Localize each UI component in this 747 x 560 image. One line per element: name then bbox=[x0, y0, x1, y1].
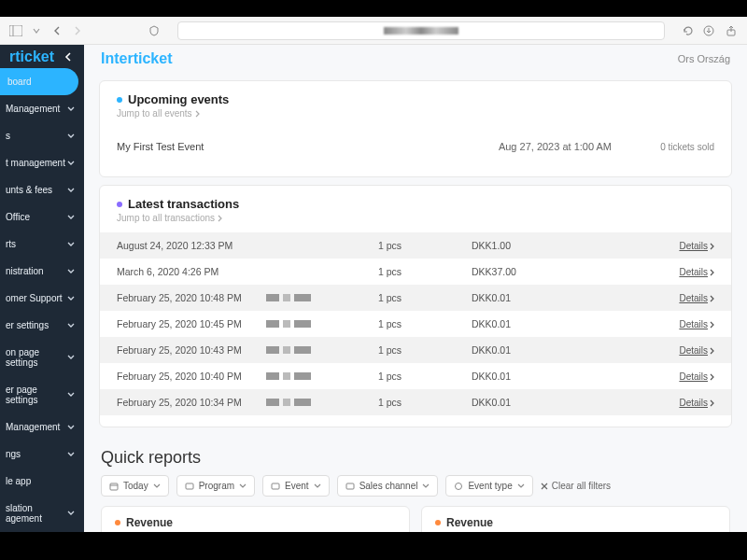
sidebar-item[interactable]: Management bbox=[0, 413, 84, 441]
sidebar-item[interactable]: on page settings bbox=[0, 339, 84, 376]
filter-event[interactable]: Event bbox=[262, 475, 330, 497]
quick-reports-title: Quick reports bbox=[84, 435, 747, 475]
sidebar-item-label: Management bbox=[6, 104, 60, 114]
sidebar-item[interactable]: slation agement bbox=[0, 495, 84, 532]
transaction-qty: 1 pcs bbox=[378, 266, 472, 277]
chevron-down-icon bbox=[239, 483, 247, 489]
shield-icon[interactable] bbox=[148, 24, 161, 37]
transaction-amount: DKK1.00 bbox=[472, 240, 658, 251]
user-name[interactable]: Ors Ország bbox=[678, 53, 730, 64]
address-bar[interactable] bbox=[177, 21, 665, 40]
tag-icon bbox=[185, 482, 194, 491]
sidebar-toggle-icon[interactable] bbox=[9, 24, 22, 37]
sidebar-item[interactable]: nistration bbox=[0, 258, 84, 285]
sidebar-item[interactable]: er page settings bbox=[0, 376, 84, 413]
sidebar-item-label: le app bbox=[6, 476, 31, 486]
transaction-qty: 1 pcs bbox=[378, 292, 472, 303]
transaction-date: March 6, 2020 4:26 PM bbox=[117, 266, 266, 277]
sidebar-item-label: on page settings bbox=[6, 347, 67, 368]
sidebar-item[interactable]: ngs bbox=[0, 441, 84, 468]
dropdown-icon[interactable] bbox=[30, 24, 43, 37]
share-icon[interactable] bbox=[725, 24, 738, 37]
sidebar-item[interactable]: t management bbox=[0, 149, 84, 176]
chevron-down-icon bbox=[422, 483, 430, 489]
chevron-down-icon bbox=[67, 355, 75, 360]
download-icon[interactable] bbox=[702, 24, 715, 37]
chevron-down-icon bbox=[314, 483, 321, 489]
collapse-sidebar-icon[interactable] bbox=[62, 50, 75, 63]
dot-icon bbox=[115, 520, 120, 525]
sidebar-item-label: board bbox=[7, 77, 32, 87]
transaction-row: February 25, 2020 10:48 PM1 pcsDKK0.01De… bbox=[100, 285, 731, 311]
sidebar-item[interactable]: board bbox=[0, 68, 78, 95]
filter-program[interactable]: Program bbox=[176, 475, 255, 497]
chevron-down-icon bbox=[67, 511, 75, 516]
transaction-details-link[interactable]: Details bbox=[679, 398, 714, 408]
refresh-icon[interactable] bbox=[682, 24, 695, 37]
redacted-text bbox=[266, 398, 378, 407]
event-row[interactable]: My First Test EventAug 27, 2023 at 1:00 … bbox=[100, 128, 731, 165]
panel-title-text: Upcoming events bbox=[128, 92, 229, 106]
chevron-down-icon bbox=[67, 452, 75, 457]
transaction-amount: DKK37.00 bbox=[472, 266, 658, 277]
page-title: Interticket bbox=[101, 50, 172, 67]
transaction-row: February 25, 2020 10:43 PM1 pcsDKK0.01De… bbox=[100, 337, 731, 363]
chevron-down-icon bbox=[67, 215, 75, 220]
tag-icon bbox=[271, 482, 280, 491]
transaction-details-link[interactable]: Details bbox=[679, 293, 714, 303]
brand-logo: rticket bbox=[9, 49, 54, 65]
sidebar-item-label: Office bbox=[6, 212, 30, 222]
filter-today[interactable]: Today bbox=[101, 475, 169, 497]
sidebar-item[interactable]: rts bbox=[0, 231, 84, 258]
event-tickets: 0 tickets sold bbox=[612, 142, 714, 152]
sidebar-item[interactable]: Office bbox=[0, 203, 84, 231]
transaction-details-link[interactable]: Details bbox=[679, 371, 714, 382]
filter-event-type[interactable]: Event type bbox=[445, 475, 532, 497]
sidebar-item-label: er settings bbox=[6, 320, 49, 330]
calendar-icon bbox=[109, 482, 119, 491]
transaction-details-link[interactable]: Details bbox=[679, 267, 714, 277]
forward-icon[interactable] bbox=[71, 24, 84, 37]
sidebar-item[interactable]: omer Support bbox=[0, 285, 84, 312]
transaction-details-link[interactable]: Details bbox=[679, 319, 714, 329]
sidebar: rticket boardManagementst managementunts… bbox=[0, 45, 84, 532]
transaction-row: February 25, 2020 10:40 PM1 pcsDKK0.01De… bbox=[100, 363, 731, 389]
jump-to-transactions-link[interactable]: Jump to all transactions bbox=[117, 213, 714, 223]
redacted-text bbox=[266, 293, 378, 302]
dot-icon bbox=[117, 97, 122, 103]
transaction-details-link[interactable]: Details bbox=[679, 345, 714, 356]
transaction-date: February 25, 2020 10:34 PM bbox=[117, 397, 266, 408]
transaction-date: February 25, 2020 10:48 PM bbox=[117, 292, 266, 303]
redacted-text bbox=[266, 345, 378, 355]
filter-sales-channel[interactable]: Sales channel bbox=[337, 475, 439, 497]
filter-bar: TodayProgramEventSales channelEvent type… bbox=[84, 475, 747, 506]
back-icon[interactable] bbox=[50, 24, 63, 37]
event-name: My First Test Event bbox=[117, 141, 444, 152]
transaction-amount: DKK0.01 bbox=[472, 371, 658, 382]
clear-all-filters[interactable]: Clear all filters bbox=[541, 481, 611, 491]
sidebar-item[interactable]: unts & fees bbox=[0, 176, 84, 203]
transaction-date: February 25, 2020 10:43 PM bbox=[117, 344, 266, 356]
sidebar-item-label: omer Support bbox=[6, 293, 63, 303]
jump-to-events-link[interactable]: Jump to all events bbox=[117, 108, 714, 119]
sidebar-item[interactable]: s bbox=[0, 122, 84, 149]
transaction-details-link[interactable]: Details bbox=[679, 241, 714, 251]
chevron-down-icon bbox=[67, 323, 75, 329]
latest-transactions-panel: Latest transactions Jump to all transact… bbox=[99, 185, 732, 427]
dot-icon bbox=[117, 202, 122, 207]
svg-point-9 bbox=[456, 483, 462, 489]
sidebar-item[interactable]: Management bbox=[0, 95, 84, 122]
chevron-down-icon bbox=[67, 296, 75, 301]
transaction-date: February 25, 2020 10:45 PM bbox=[117, 318, 266, 329]
transaction-amount: DKK0.01 bbox=[472, 318, 658, 329]
event-date: Aug 27, 2023 at 1:00 AM bbox=[444, 141, 612, 152]
sidebar-item[interactable]: er settings bbox=[0, 312, 84, 339]
svg-rect-0 bbox=[9, 25, 22, 36]
transaction-qty: 1 pcs bbox=[378, 318, 472, 329]
sidebar-item-label: rts bbox=[6, 239, 16, 249]
transaction-date: February 25, 2020 10:40 PM bbox=[117, 371, 266, 382]
revenue-card: Revenue bbox=[101, 506, 410, 532]
sidebar-item-label: ngs bbox=[6, 449, 21, 459]
sidebar-item[interactable]: le app bbox=[0, 468, 84, 495]
tag-icon bbox=[345, 482, 355, 491]
